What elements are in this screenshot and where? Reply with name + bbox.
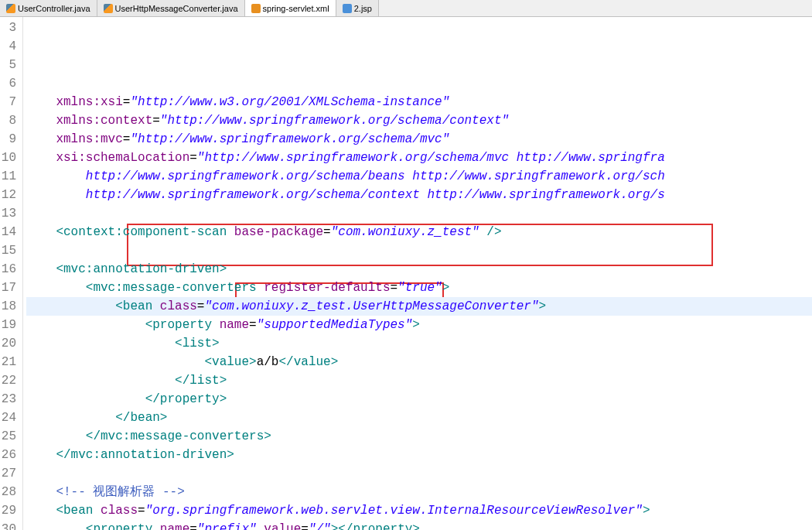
code-line[interactable]: http://www.springframework.org/schema/co… [26, 186, 812, 204]
line-number: 7 [0, 93, 16, 111]
tab-label: spring-servlet.xml [263, 4, 329, 13]
code-line[interactable]: xmlns:mvc="http://www.springframework.or… [26, 130, 812, 149]
code-line[interactable]: <context:component-scan base-package="co… [26, 223, 812, 241]
code-line[interactable]: </bean> [26, 409, 812, 427]
line-number: 15 [0, 241, 16, 260]
code-line[interactable]: <bean class="com.woniuxy.z_test.UserHttp… [26, 297, 812, 316]
line-number: 13 [0, 204, 16, 223]
tab-2jsp[interactable]: 2.jsp [336, 0, 379, 16]
code-line[interactable]: <property name="prefix" value="/"></prop… [26, 520, 812, 530]
java-icon [104, 4, 113, 13]
code-line[interactable] [26, 204, 812, 223]
code-line[interactable]: </list> [26, 371, 812, 390]
code-line[interactable]: xsi:schemaLocation="http://www.springfra… [26, 149, 812, 167]
line-number: 10 [0, 149, 16, 167]
code-line[interactable]: </mvc:annotation-driven> [26, 446, 812, 464]
line-number: 3 [0, 19, 16, 37]
code-line[interactable]: <!-- 视图解析器 --> [26, 483, 812, 501]
tab-userhttpmessageconverter[interactable]: UserHttpMessageConverter.java [97, 0, 245, 16]
line-number: 4 [0, 37, 16, 56]
tab-label: UserHttpMessageConverter.java [115, 4, 238, 13]
line-number: 12 [0, 186, 16, 204]
line-number: 19 [0, 316, 16, 334]
line-number: 29 [0, 501, 16, 520]
tab-label: 2.jsp [354, 4, 372, 13]
jsp-icon [343, 4, 352, 13]
tab-spring-servlet-xml[interactable]: spring-servlet.xml [245, 0, 336, 16]
line-number-gutter: 3456789101112131415161718192021222324252… [0, 17, 23, 530]
line-number: 21 [0, 353, 16, 371]
line-number: 11 [0, 167, 16, 186]
editor-tabs: UserController.java UserHttpMessageConve… [0, 0, 812, 17]
code-line[interactable]: <property name="supportedMediaTypes"> [26, 316, 812, 334]
code-line[interactable]: <value>a/b</value> [26, 353, 812, 371]
code-line[interactable]: http://www.springframework.org/schema/be… [26, 167, 812, 186]
line-number: 18 [0, 297, 16, 316]
line-number: 8 [0, 111, 16, 130]
java-icon [6, 4, 15, 13]
code-line[interactable]: </mvc:message-converters> [26, 427, 812, 446]
line-number: 5 [0, 56, 16, 74]
line-number: 27 [0, 464, 16, 483]
code-editor[interactable]: 3456789101112131415161718192021222324252… [0, 17, 812, 530]
tab-label: UserController.java [18, 4, 90, 13]
line-number: 28 [0, 483, 16, 501]
line-number: 20 [0, 334, 16, 353]
line-number: 9 [0, 130, 16, 149]
code-line[interactable]: <mvc:annotation-driven> [26, 260, 812, 279]
line-number: 24 [0, 409, 16, 427]
line-number: 25 [0, 427, 16, 446]
line-number: 26 [0, 446, 16, 464]
xml-icon [251, 4, 261, 13]
line-number: 22 [0, 371, 16, 390]
code-line[interactable]: <list> [26, 334, 812, 353]
line-number: 23 [0, 390, 16, 409]
code-line[interactable]: <mvc:message-converters register-default… [26, 279, 812, 297]
line-number: 6 [0, 74, 16, 93]
code-line[interactable] [26, 241, 812, 260]
code-line[interactable]: xmlns:context="http://www.springframewor… [26, 111, 812, 130]
line-number: 14 [0, 223, 16, 241]
code-line[interactable]: xmlns:xsi="http://www.w3.org/2001/XMLSch… [26, 93, 812, 111]
code-line[interactable] [26, 464, 812, 483]
code-line[interactable]: <bean class="org.springframework.web.ser… [26, 501, 812, 520]
line-number: 16 [0, 260, 16, 279]
line-number: 30 [0, 520, 16, 530]
tab-usercontroller[interactable]: UserController.java [0, 0, 97, 16]
code-line[interactable]: </property> [26, 390, 812, 409]
code-area[interactable]: xmlns:xsi="http://www.w3.org/2001/XMLSch… [23, 17, 812, 530]
line-number: 17 [0, 279, 16, 297]
